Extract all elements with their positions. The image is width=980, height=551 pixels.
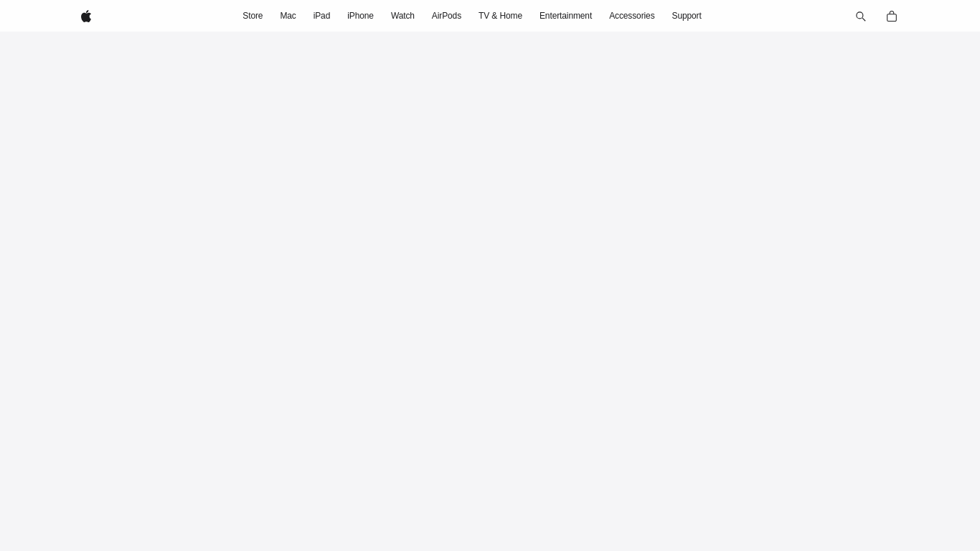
svg-line-1: [862, 18, 865, 21]
nav-item-store[interactable]: Store: [234, 0, 271, 32]
svg-rect-2: [887, 14, 897, 21]
nav-item-mac[interactable]: Mac: [271, 0, 304, 32]
nav-item-support[interactable]: Support: [664, 0, 710, 32]
bag-icon: [887, 10, 897, 22]
nav-actions: [846, 0, 906, 32]
nav-item-airpods[interactable]: AirPods: [423, 0, 470, 32]
svg-point-0: [856, 11, 862, 18]
nav-item-tv-home[interactable]: TV & Home: [470, 0, 531, 32]
nav-item-iphone[interactable]: iPhone: [339, 0, 382, 32]
nav-item-ipad[interactable]: iPad: [305, 0, 339, 32]
apple-logo-icon: [81, 10, 91, 22]
main-nav: Store Mac iPad iPhone Watch AirPods TV &…: [0, 0, 980, 32]
nav-item-entertainment[interactable]: Entertainment: [531, 0, 600, 32]
nav-item-accessories[interactable]: Accessories: [600, 0, 663, 32]
search-icon: [855, 11, 866, 22]
apple-logo-link[interactable]: [74, 0, 98, 32]
nav-items-list: Store Mac iPad iPhone Watch AirPods TV &…: [98, 0, 846, 32]
search-button[interactable]: [846, 0, 875, 32]
bag-button[interactable]: [877, 0, 906, 32]
main-content: [0, 32, 980, 551]
nav-item-watch[interactable]: Watch: [382, 0, 423, 32]
